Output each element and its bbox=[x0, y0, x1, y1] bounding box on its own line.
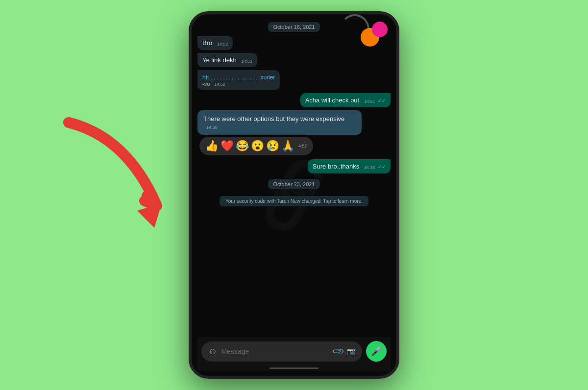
emoji-laugh[interactable]: 😂 bbox=[236, 140, 249, 152]
msg-sent-sure[interactable]: Sure bro..thanks 16:35 ✓✓ bbox=[308, 159, 391, 173]
msg-received-bro[interactable]: Bro 14:52 bbox=[197, 36, 233, 50]
msg-ticks-4: ✓✓ bbox=[378, 98, 386, 103]
msg-text-sure: Sure bro..thanks bbox=[313, 163, 359, 170]
link-sub: -so 14:52 bbox=[202, 81, 275, 87]
msg-time-2: 14:52 bbox=[241, 59, 252, 64]
msg-time-7: 16:35 bbox=[364, 165, 375, 170]
date-badge-2: October 23, 2021 bbox=[197, 179, 391, 189]
system-msg-text: Your security code with Tarun New change… bbox=[220, 196, 368, 206]
msg-text-bro: Bro bbox=[202, 39, 212, 47]
mic-button[interactable]: 🎤 bbox=[366, 341, 387, 362]
emoji-wow[interactable]: 😮 bbox=[251, 140, 264, 152]
link-dots: ................................ bbox=[211, 74, 259, 80]
chat-messages: October 16, 2021 Bro 14:52 Ye link dekh … bbox=[197, 19, 391, 337]
msg-ticks-7: ✓✓ bbox=[378, 164, 386, 170]
msg-time-1: 14:52 bbox=[217, 42, 228, 47]
message-input-field[interactable]: ☺ Message 📎 📷 bbox=[201, 341, 362, 362]
msg-text-link: Ye link dekh bbox=[202, 56, 237, 64]
emoji-reaction-bar[interactable]: 👍 ❤️ 😂 😮 😢 🙏 4:57 bbox=[199, 137, 313, 155]
date-label-2: October 23, 2021 bbox=[268, 179, 319, 189]
red-arrow bbox=[39, 108, 176, 245]
home-indicator bbox=[197, 366, 391, 371]
message-placeholder: Message bbox=[221, 347, 329, 355]
msg-time-3: 14:52 bbox=[214, 82, 225, 87]
msg-time-4: 14:54 bbox=[364, 99, 375, 104]
smiley-icon[interactable]: ☺ bbox=[208, 346, 217, 357]
msg-received-link[interactable]: Ye link dekh 14:52 bbox=[197, 53, 257, 67]
emoji-cry[interactable]: 😢 bbox=[266, 140, 279, 152]
msg-highlighted[interactable]: There were other options but they were e… bbox=[197, 110, 362, 135]
emoji-time: 4:57 bbox=[298, 144, 307, 148]
emoji-heart[interactable]: ❤️ bbox=[220, 140, 234, 152]
msg-sent-acha[interactable]: Acha will check out 14:54 ✓✓ bbox=[300, 93, 391, 107]
emoji-pray[interactable]: 🙏 bbox=[281, 140, 294, 152]
msg-received-url[interactable]: htt ................................ xur… bbox=[197, 70, 280, 90]
msg-time-5: 14:55 bbox=[206, 125, 218, 130]
home-bar bbox=[270, 367, 318, 369]
camera-icon[interactable]: 📷 bbox=[347, 347, 355, 355]
phone: 🔗 October 16, 2021 Bro 14:52 Ye link dek… bbox=[189, 11, 399, 379]
link-text-right: xurier bbox=[260, 74, 275, 81]
date-label-1: October 16, 2021 bbox=[268, 22, 319, 32]
input-bar: ☺ Message 📎 📷 🎤 bbox=[197, 337, 391, 366]
msg-text-acha: Acha will check out bbox=[305, 97, 360, 104]
link-text-left: htt bbox=[202, 74, 209, 81]
attachment-icon[interactable]: 📎 bbox=[331, 344, 345, 358]
emoji-thumbsup[interactable]: 👍 bbox=[205, 140, 219, 152]
chat-area: 🔗 October 16, 2021 Bro 14:52 Ye link dek… bbox=[192, 14, 396, 376]
circle-pink bbox=[372, 22, 388, 37]
system-message[interactable]: Your security code with Tarun New change… bbox=[197, 196, 391, 206]
msg-text-options: There were other options but they were e… bbox=[203, 115, 344, 122]
